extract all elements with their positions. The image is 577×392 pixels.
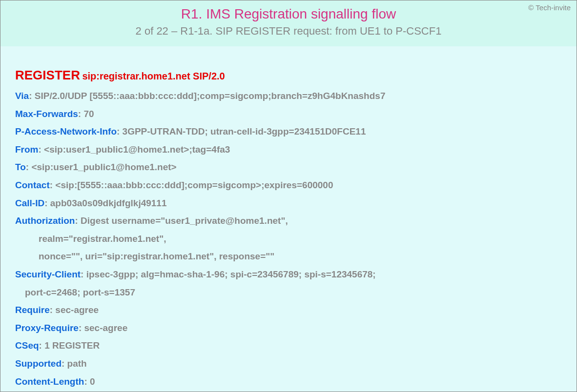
sip-header-value: : <sip:user1_public1@home1.net>;tag=4fa3 <box>39 144 230 155</box>
sip-header-name: Proxy-Require <box>15 323 79 333</box>
sip-header-line: Call-ID: apb03a0s09dkjdfglkj49111 <box>15 197 562 210</box>
sip-header-line: Max-Forwards: 70 <box>15 108 562 121</box>
sip-header-line: Content-Length: 0 <box>15 375 562 389</box>
page-subtitle: 2 of 22 – R1-1a. SIP REGISTER request: f… <box>10 25 567 38</box>
sip-header-name: Content-Length <box>15 376 84 387</box>
copyright-text: © Tech-invite <box>528 3 571 12</box>
sip-header-value: : 3GPP-UTRAN-TDD; utran-cell-id-3gpp=234… <box>117 126 366 137</box>
sip-header-line: Require: sec-agree <box>15 304 562 317</box>
sip-header-line: From: <sip:user1_public1@home1.net>;tag=… <box>15 143 562 157</box>
authorization-continuation: nonce="", uri="sip:registrar.home1.net",… <box>15 250 562 263</box>
sip-header-name: Supported <box>15 358 62 369</box>
sip-header-line: Via: SIP/2.0/UDP [5555::aaa:bbb:ccc:ddd]… <box>15 90 562 103</box>
page-title: R1. IMS Registration signalling flow <box>10 6 567 22</box>
sip-header-line: Supported: path <box>15 357 562 371</box>
sip-header-value: : <sip:[5555::aaa:bbb:ccc:ddd];comp=sigc… <box>50 180 333 190</box>
request-line: REGISTER sip:registrar.home1.net SIP/2.0 <box>15 68 562 83</box>
sip-header-name: To <box>15 162 26 172</box>
sip-header-name: P-Access-Network-Info <box>15 126 117 137</box>
sip-header-value: : SIP/2.0/UDP [5555::aaa:bbb:ccc:ddd];co… <box>29 91 385 101</box>
sip-header-name: From <box>15 144 39 155</box>
sip-header-value: : ipsec-3gpp; alg=hmac-sha-1-96; spi-c=2… <box>81 269 376 279</box>
security-client-continuation: port-c=2468; port-s=1357 <box>15 286 562 299</box>
sip-header-value: : 0 <box>84 376 95 387</box>
request-uri: sip:registrar.home1.net SIP/2.0 <box>82 71 225 81</box>
sip-header-line: To: <sip:user1_public1@home1.net> <box>15 161 562 174</box>
sip-header-value: : 1 REGISTER <box>39 340 100 351</box>
sip-header-name: Security-Client <box>15 269 81 279</box>
sip-header-name: Via <box>15 91 29 101</box>
sip-header-name: Max-Forwards <box>15 109 78 119</box>
sip-header-line: CSeq: 1 REGISTER <box>15 339 562 353</box>
sip-header-name: Authorization <box>15 216 75 226</box>
sip-header-name: Require <box>15 305 50 315</box>
sip-message-content: REGISTER sip:registrar.home1.net SIP/2.0… <box>0 46 577 392</box>
authorization-continuation: realm="registrar.home1.net", <box>15 233 562 246</box>
sip-header-name: Contact <box>15 180 50 190</box>
sip-header-value: : apb03a0s09dkjdfglkj49111 <box>44 198 166 208</box>
sip-header-value: : <sip:user1_public1@home1.net> <box>26 162 177 172</box>
sip-header-value: : Digest username="user1_private@home1.n… <box>75 216 288 226</box>
sip-method: REGISTER <box>15 68 80 82</box>
document-header: © Tech-invite R1. IMS Registration signa… <box>0 0 577 46</box>
sip-header-line: Proxy-Require: sec-agree <box>15 322 562 335</box>
sip-header-value: : sec-agree <box>50 305 99 315</box>
sip-header-value: : 70 <box>78 109 94 119</box>
sip-header-line: Authorization: Digest username="user1_pr… <box>15 215 562 228</box>
sip-header-name: Call-ID <box>15 198 44 208</box>
sip-header-line: P-Access-Network-Info: 3GPP-UTRAN-TDD; u… <box>15 125 562 138</box>
sip-header-value: : sec-agree <box>79 323 127 333</box>
sip-header-value: : path <box>62 358 87 369</box>
sip-header-line: Security-Client: ipsec-3gpp; alg=hmac-sh… <box>15 268 562 281</box>
sip-header-line: Contact: <sip:[5555::aaa:bbb:ccc:ddd];co… <box>15 179 562 192</box>
sip-header-name: CSeq <box>15 340 39 351</box>
